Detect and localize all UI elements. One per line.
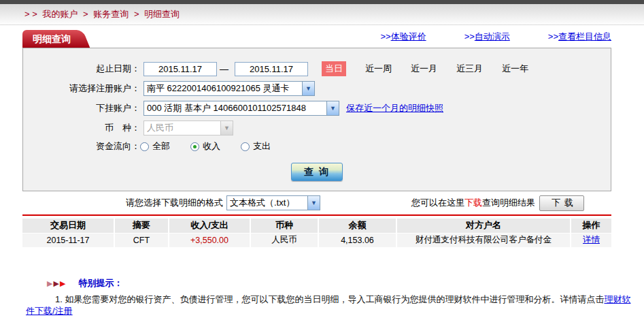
cell-amount: +3,550.00 [169, 233, 250, 247]
date-dash: — [220, 64, 228, 74]
date-range-label: 起止日期： [23, 63, 140, 75]
download-hint: 您可以在这里 下载 查询明细结果 下载 [411, 195, 584, 211]
cell-date: 2015-11-17 [22, 233, 114, 247]
link-auto-demo[interactable]: >>自动演示 [464, 31, 510, 43]
flow-radio-expense[interactable]: 支出 [241, 140, 271, 153]
download-format-value: 文本格式（.txt） [230, 197, 294, 209]
flow-direction-label: 资金流向： [23, 140, 140, 153]
query-form-panel: 起止日期： — 当日 近一周 近一月 近三月 近一年 请选择注册账户： 南平 6… [22, 48, 611, 191]
sub-account-value: 000 活期 基本户 1406600101102571848 [147, 102, 306, 114]
flow-radio-expense-label: 支出 [253, 140, 271, 153]
col-summary: 摘要 [114, 219, 169, 233]
cell-summary: CFT [114, 233, 169, 247]
chevron-down-icon: ▼ [302, 82, 314, 95]
currency-label: 币 种： [23, 122, 140, 134]
flow-radio-all[interactable]: 全部 [140, 140, 170, 153]
radio-icon [140, 142, 149, 151]
range-today-badge[interactable]: 当日 [322, 61, 346, 76]
snapshot-link[interactable]: 保存近一个月的明细快照 [346, 102, 443, 114]
special-notice: ▶▶▶ 特别提示： 1. 如果您需要对您的银行资产、负债进行管理，您可以下载您的… [22, 277, 611, 317]
registered-account-value: 南平 6222001406100921065 灵通卡 [147, 82, 290, 95]
currency-select: 人民币 ▼ [143, 121, 233, 135]
sub-account-row: 下挂账户： 000 活期 基本户 1406600101102571848 ▼ 保… [23, 101, 611, 116]
chevron-down-icon: ▼ [326, 101, 339, 115]
table-row: 2015-11-17 CFT +3,550.00 人民币 4,153.06 财付… [22, 233, 611, 247]
flow-radio-income-label: 收入 [203, 140, 220, 153]
download-hint-post: 查询明细结果 [482, 197, 535, 209]
triple-arrow-icon: ▶▶▶ [47, 279, 66, 288]
registered-account-row: 请选择注册账户： 南平 6222001406100921065 灵通卡 ▼ [23, 81, 611, 96]
download-hint-pre: 您可以在这里 [411, 197, 464, 209]
currency-row: 币 种： 人民币 ▼ [23, 121, 611, 135]
breadcrumb-band: > > 我的账户 > 账务查询 > 明细查询 [0, 4, 644, 25]
chevron-down-icon: ▼ [307, 196, 320, 210]
start-date-input[interactable] [143, 62, 217, 76]
registered-account-label: 请选择注册账户： [23, 82, 140, 95]
col-action: 操作 [571, 219, 611, 233]
currency-value: 人民币 [147, 122, 173, 134]
col-balance: 余额 [318, 219, 396, 233]
notice-text: 1. 如果您需要对您的银行资产、负债进行管理，您可以下载您的当日明细，导入工商银… [55, 294, 604, 304]
detail-link[interactable]: 详情 [583, 235, 600, 244]
table-header-row: 交易日期 摘要 收入/支出 币种 余额 对方户名 操作 [22, 219, 611, 233]
transactions-table: 交易日期 摘要 收入/支出 币种 余额 对方户名 操作 2015-11-17 C… [22, 219, 611, 247]
download-format-label: 请您选择下载明细的格式 [126, 197, 223, 209]
end-date-input[interactable] [235, 62, 308, 76]
flow-direction-row: 资金流向： 全部 收入 支出 [23, 140, 611, 153]
breadcrumb: > > 我的账户 > 账务查询 > 明细查询 [24, 8, 182, 20]
breadcrumb-item-my-account[interactable]: 我的账户 [42, 9, 78, 19]
col-amount: 收入/支出 [169, 219, 250, 233]
flow-radio-income[interactable]: 收入 [190, 140, 220, 153]
cell-currency: 人民币 [250, 233, 318, 247]
query-button-wrap: 查 询 [23, 163, 611, 181]
range-last-3-months[interactable]: 近三月 [456, 63, 483, 75]
link-column-info[interactable]: >>查看栏目信息 [548, 31, 611, 43]
download-button[interactable]: 下载 [539, 195, 584, 211]
link-experience-review[interactable]: >>体验评价 [380, 31, 426, 43]
radio-icon [190, 142, 199, 151]
download-format-select[interactable]: 文本格式（.txt） ▼ [226, 195, 320, 210]
special-notice-title: 特别提示： [78, 277, 122, 289]
chevron-down-icon: ▼ [220, 121, 233, 135]
sub-account-select[interactable]: 000 活期 基本户 1406600101102571848 ▼ [143, 101, 339, 116]
cell-balance: 4,153.06 [318, 233, 396, 247]
breadcrumb-prefix: > > [24, 9, 37, 19]
range-last-week[interactable]: 近一周 [365, 63, 392, 75]
radio-icon [241, 142, 250, 151]
range-last-year[interactable]: 近一年 [502, 63, 528, 75]
col-currency: 币种 [250, 219, 318, 233]
tab-row: 明细查询 >>体验评价 >>自动演示 >>查看栏目信息 [22, 25, 611, 48]
sub-account-label: 下挂账户： [23, 102, 140, 114]
query-button[interactable]: 查 询 [291, 163, 343, 181]
breadcrumb-separator: > [134, 9, 139, 19]
col-counterparty: 对方户名 [396, 219, 571, 233]
notice-paragraph: 1. 如果您需要对您的银行资产、负债进行管理，您可以下载您的当日明细，导入工商银… [26, 293, 634, 317]
cell-counterparty: 财付通支付科技有限公司客户备付金 [396, 233, 571, 247]
breadcrumb-separator: > [83, 9, 88, 19]
download-hint-red: 下载 [464, 197, 482, 209]
download-bar: 请您选择下载明细的格式 文本格式（.txt） ▼ 您可以在这里 下载 查询明细结… [22, 191, 611, 214]
range-last-month[interactable]: 近一月 [411, 63, 437, 75]
header-links: >>体验评价 >>自动演示 >>查看栏目信息 [380, 31, 611, 48]
date-range-row: 起止日期： — 当日 近一周 近一月 近三月 近一年 [23, 61, 611, 76]
registered-account-select[interactable]: 南平 6222001406100921065 灵通卡 ▼ [143, 81, 315, 96]
flow-radio-all-label: 全部 [152, 140, 170, 153]
col-date: 交易日期 [22, 219, 114, 233]
breadcrumb-item-detail-query[interactable]: 明细查询 [144, 9, 180, 19]
red-divider [22, 214, 611, 216]
breadcrumb-item-account-query[interactable]: 账务查询 [93, 9, 129, 19]
tab-detail-query[interactable]: 明细查询 [22, 30, 76, 48]
